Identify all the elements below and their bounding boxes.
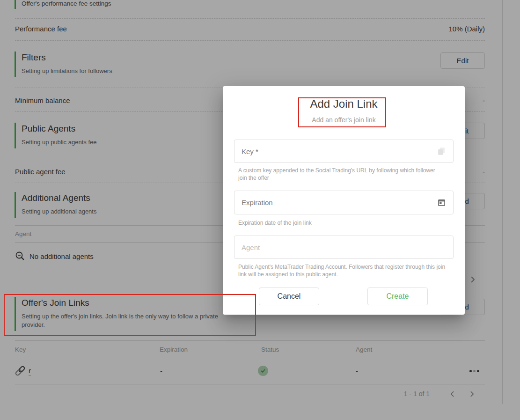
copy-icon[interactable] xyxy=(436,146,447,157)
agent-input[interactable] xyxy=(234,236,453,258)
expiration-helper-text: Expiration date of the join link xyxy=(238,219,312,227)
modal-title: Add Join Link xyxy=(223,97,465,111)
expiration-field xyxy=(234,191,454,214)
offer-settings-screen: Offer's performance fee settings Perform… xyxy=(0,0,520,420)
modal-subtitle: Add an offer's join link xyxy=(223,116,465,124)
agent-field xyxy=(234,236,454,259)
cancel-button[interactable]: Cancel xyxy=(259,287,319,305)
expiration-input[interactable] xyxy=(234,191,453,214)
key-field xyxy=(234,140,454,163)
agent-helper-text: Public Agent's MetaTrader Trading Accoun… xyxy=(238,263,454,278)
add-join-link-modal: Add Join Link Add an offer's join link A… xyxy=(223,86,465,315)
key-input[interactable] xyxy=(234,140,453,162)
create-button[interactable]: Create xyxy=(367,287,428,305)
key-helper-text: A custom key appended to the Social Trad… xyxy=(238,167,442,182)
calendar-icon[interactable] xyxy=(436,197,447,208)
